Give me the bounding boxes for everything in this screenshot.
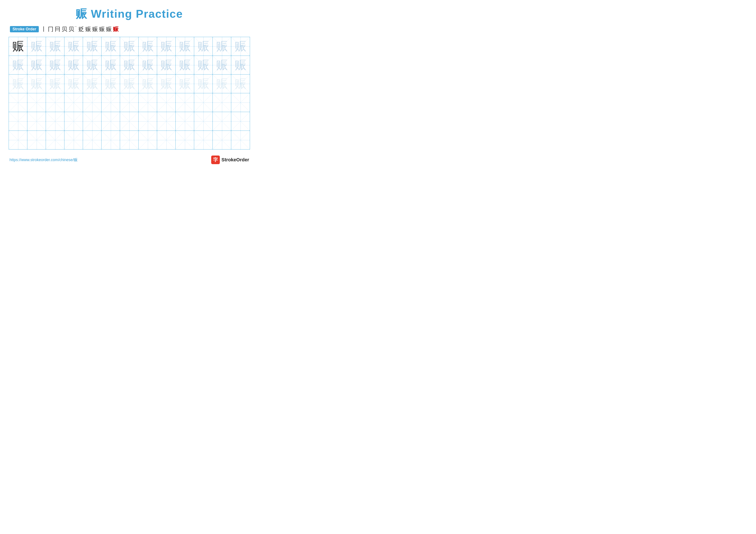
grid-cell[interactable]: 赈 [194, 56, 213, 74]
grid-cell[interactable]: 赈 [120, 75, 139, 93]
grid-cell[interactable]: 赈 [65, 37, 83, 56]
grid-cell[interactable]: 赈 [101, 56, 120, 74]
grid-cell[interactable]: 赈 [46, 75, 65, 93]
footer: https://www.strokeorder.com/chinese/赈 字 … [9, 156, 250, 164]
grid-cell[interactable] [83, 131, 101, 149]
grid-cell[interactable]: 赈 [213, 75, 231, 93]
grid-cell[interactable]: 赈 [176, 75, 194, 93]
grid-cell[interactable]: 赈 [231, 75, 250, 93]
grid-cell[interactable]: 赈 [231, 37, 250, 56]
grid-cell[interactable]: 赈 [120, 56, 139, 74]
grid-cell[interactable] [120, 112, 139, 131]
grid-cell[interactable]: 赈 [194, 37, 213, 56]
grid-cell[interactable]: 赈 [157, 37, 176, 56]
grid-row: 赈 赈 赈 [9, 56, 250, 75]
grid-cell[interactable]: 赈 [9, 37, 27, 56]
footer-logo: 字 StrokeOrder [211, 156, 249, 164]
grid-cell[interactable] [139, 112, 157, 131]
stroke-chars: 丨 冂 冃 贝 贝⌒ 贬 赈 赈 赈 赈 赈 [41, 25, 119, 33]
grid-cell[interactable]: 赈 [139, 75, 157, 93]
grid-cell[interactable] [9, 93, 27, 112]
grid-cell[interactable] [65, 112, 83, 131]
writing-grid: 赈 赈 赈 [9, 37, 250, 149]
grid-cell[interactable] [101, 93, 120, 112]
grid-cell[interactable] [231, 131, 250, 149]
grid-cell[interactable]: 赈 [101, 37, 120, 56]
grid-cell[interactable] [157, 93, 176, 112]
grid-cell[interactable]: 赈 [65, 75, 83, 93]
website-link[interactable]: https://www.strokeorder.com/chinese/赈 [10, 157, 78, 163]
grid-cell[interactable] [83, 93, 101, 112]
grid-cell[interactable] [120, 131, 139, 149]
page-title: 赈 Writing Practice [9, 7, 250, 21]
grid-cell[interactable] [46, 93, 65, 112]
grid-cell[interactable] [120, 93, 139, 112]
grid-cell[interactable]: 赈 [46, 37, 65, 56]
grid-cell[interactable]: 赈 [157, 75, 176, 93]
grid-cell[interactable]: 赈 [213, 56, 231, 74]
grid-cell[interactable]: 赈 [9, 56, 27, 74]
grid-row [9, 93, 250, 112]
grid-cell[interactable]: 赈 [120, 37, 139, 56]
grid-row: 赈 赈 赈 [9, 37, 250, 56]
grid-cell[interactable] [27, 93, 46, 112]
grid-cell[interactable] [157, 131, 176, 149]
grid-cell[interactable] [9, 112, 27, 131]
grid-cell[interactable]: 赈 [157, 56, 176, 74]
grid-cell[interactable]: 赈 [213, 37, 231, 56]
grid-cell[interactable]: 赈 [83, 37, 101, 56]
grid-cell[interactable] [27, 131, 46, 149]
grid-cell[interactable] [213, 93, 231, 112]
grid-cell[interactable] [46, 112, 65, 131]
grid-cell[interactable] [176, 112, 194, 131]
grid-cell[interactable]: 赈 [139, 56, 157, 74]
grid-cell[interactable] [213, 131, 231, 149]
grid-cell[interactable] [231, 112, 250, 131]
grid-cell[interactable] [231, 93, 250, 112]
grid-cell[interactable] [157, 112, 176, 131]
grid-cell[interactable] [65, 93, 83, 112]
grid-cell[interactable]: 赈 [101, 75, 120, 93]
stroke-order-row: Stroke Order 丨 冂 冃 贝 贝⌒ 贬 赈 赈 赈 赈 赈 [9, 25, 250, 33]
grid-cell[interactable]: 赈 [194, 75, 213, 93]
grid-cell[interactable] [139, 131, 157, 149]
grid-cell[interactable] [176, 93, 194, 112]
grid-row [9, 131, 250, 149]
grid-cell[interactable]: 赈 [27, 37, 46, 56]
grid-cell[interactable]: 赈 [83, 75, 101, 93]
grid-cell[interactable]: 赈 [27, 75, 46, 93]
grid-cell[interactable] [27, 112, 46, 131]
grid-cell[interactable] [101, 112, 120, 131]
logo-text: StrokeOrder [222, 157, 249, 163]
logo-icon: 字 [211, 156, 220, 164]
grid-cell[interactable]: 赈 [139, 37, 157, 56]
grid-cell[interactable]: 赈 [9, 75, 27, 93]
grid-cell[interactable] [101, 131, 120, 149]
grid-cell[interactable] [194, 93, 213, 112]
grid-cell[interactable] [46, 131, 65, 149]
grid-cell[interactable] [9, 131, 27, 149]
grid-cell[interactable] [194, 131, 213, 149]
grid-cell[interactable] [65, 131, 83, 149]
grid-row: 赈 赈 赈 [9, 75, 250, 93]
grid-cell[interactable] [83, 112, 101, 131]
grid-cell[interactable] [176, 131, 194, 149]
grid-cell[interactable]: 赈 [46, 56, 65, 74]
grid-cell[interactable]: 赈 [65, 56, 83, 74]
stroke-order-badge: Stroke Order [10, 26, 39, 32]
grid-cell[interactable] [213, 112, 231, 131]
grid-cell[interactable] [194, 112, 213, 131]
grid-cell[interactable]: 赈 [27, 56, 46, 74]
grid-cell[interactable]: 赈 [231, 56, 250, 74]
grid-cell[interactable]: 赈 [176, 37, 194, 56]
grid-cell[interactable]: 赈 [83, 56, 101, 74]
grid-row [9, 112, 250, 131]
grid-cell[interactable]: 赈 [176, 56, 194, 74]
grid-cell[interactable] [139, 93, 157, 112]
